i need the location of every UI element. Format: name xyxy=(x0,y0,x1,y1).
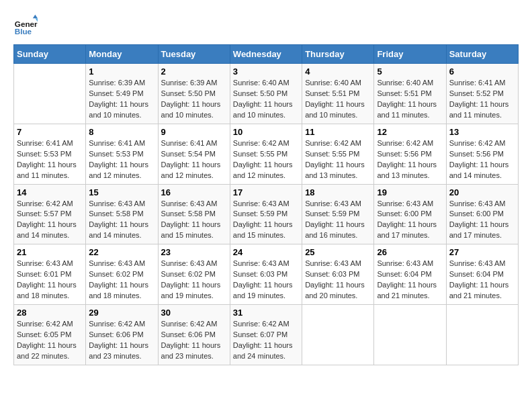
day-number: 10 xyxy=(233,127,299,137)
calendar-cell: 6Sunrise: 6:41 AMSunset: 5:52 PMDaylight… xyxy=(446,64,518,124)
day-number: 19 xyxy=(377,187,443,197)
calendar-cell xyxy=(446,305,518,365)
calendar-cell: 9Sunrise: 6:41 AMSunset: 5:54 PMDaylight… xyxy=(158,124,230,184)
col-header-tuesday: Tuesday xyxy=(158,45,230,64)
day-info: Sunrise: 6:43 AMSunset: 6:02 PMDaylight:… xyxy=(161,259,227,302)
day-number: 3 xyxy=(233,66,299,77)
day-number: 30 xyxy=(161,308,227,318)
col-header-wednesday: Wednesday xyxy=(230,45,302,64)
calendar-cell: 30Sunrise: 6:42 AMSunset: 6:06 PMDayligh… xyxy=(158,305,230,365)
calendar-cell: 26Sunrise: 6:43 AMSunset: 6:04 PMDayligh… xyxy=(374,244,446,305)
day-info: Sunrise: 6:40 AMSunset: 5:50 PMDaylight:… xyxy=(233,78,299,121)
col-header-thursday: Thursday xyxy=(302,45,374,64)
day-number: 21 xyxy=(17,247,83,257)
calendar-cell: 17Sunrise: 6:43 AMSunset: 5:59 PMDayligh… xyxy=(230,184,302,244)
calendar-cell: 18Sunrise: 6:43 AMSunset: 5:59 PMDayligh… xyxy=(302,184,374,244)
day-info: Sunrise: 6:40 AMSunset: 5:51 PMDaylight:… xyxy=(305,78,371,121)
day-info: Sunrise: 6:43 AMSunset: 6:03 PMDaylight:… xyxy=(305,259,371,302)
day-info: Sunrise: 6:43 AMSunset: 5:58 PMDaylight:… xyxy=(89,199,154,242)
day-info: Sunrise: 6:43 AMSunset: 6:00 PMDaylight:… xyxy=(449,199,515,242)
day-number: 31 xyxy=(233,308,299,318)
day-number: 28 xyxy=(17,308,83,318)
day-info: Sunrise: 6:43 AMSunset: 5:58 PMDaylight:… xyxy=(161,199,227,242)
day-info: Sunrise: 6:39 AMSunset: 5:49 PMDaylight:… xyxy=(89,78,154,121)
calendar-cell: 11Sunrise: 6:42 AMSunset: 5:55 PMDayligh… xyxy=(302,124,374,184)
day-number: 8 xyxy=(89,127,154,137)
day-info: Sunrise: 6:40 AMSunset: 5:51 PMDaylight:… xyxy=(377,78,443,121)
calendar-cell: 2Sunrise: 6:39 AMSunset: 5:50 PMDaylight… xyxy=(158,64,230,124)
day-number: 18 xyxy=(305,187,371,197)
calendar-cell: 28Sunrise: 6:42 AMSunset: 6:05 PMDayligh… xyxy=(14,305,86,365)
svg-marker-2 xyxy=(33,15,38,18)
day-number: 23 xyxy=(161,247,227,257)
calendar-cell: 3Sunrise: 6:40 AMSunset: 5:50 PMDaylight… xyxy=(230,64,302,124)
day-info: Sunrise: 6:43 AMSunset: 6:03 PMDaylight:… xyxy=(233,259,299,302)
calendar-cell: 31Sunrise: 6:42 AMSunset: 6:07 PMDayligh… xyxy=(230,305,302,365)
col-header-saturday: Saturday xyxy=(446,45,518,64)
calendar-cell: 15Sunrise: 6:43 AMSunset: 5:58 PMDayligh… xyxy=(86,184,158,244)
calendar-cell: 14Sunrise: 6:42 AMSunset: 5:57 PMDayligh… xyxy=(14,184,86,244)
day-number: 6 xyxy=(449,66,515,77)
day-info: Sunrise: 6:42 AMSunset: 6:06 PMDaylight:… xyxy=(161,319,227,362)
day-number: 22 xyxy=(89,247,154,257)
calendar-header: SundayMondayTuesdayWednesdayThursdayFrid… xyxy=(14,45,519,64)
day-info: Sunrise: 6:41 AMSunset: 5:52 PMDaylight:… xyxy=(449,78,515,121)
day-number: 16 xyxy=(161,187,227,197)
calendar-cell xyxy=(374,305,446,365)
day-info: Sunrise: 6:41 AMSunset: 5:53 PMDaylight:… xyxy=(89,138,154,181)
day-info: Sunrise: 6:39 AMSunset: 5:50 PMDaylight:… xyxy=(161,78,227,121)
day-info: Sunrise: 6:43 AMSunset: 5:59 PMDaylight:… xyxy=(305,199,371,242)
page-header: General Blue xyxy=(13,13,519,38)
day-info: Sunrise: 6:43 AMSunset: 6:02 PMDaylight:… xyxy=(89,259,154,302)
day-number: 4 xyxy=(305,66,371,77)
day-number: 25 xyxy=(305,247,371,257)
calendar-cell: 29Sunrise: 6:42 AMSunset: 6:06 PMDayligh… xyxy=(86,305,158,365)
calendar-cell: 1Sunrise: 6:39 AMSunset: 5:49 PMDaylight… xyxy=(86,64,158,124)
week-row-4: 21Sunrise: 6:43 AMSunset: 6:01 PMDayligh… xyxy=(14,244,519,305)
calendar-cell: 8Sunrise: 6:41 AMSunset: 5:53 PMDaylight… xyxy=(86,124,158,184)
week-row-3: 14Sunrise: 6:42 AMSunset: 5:57 PMDayligh… xyxy=(14,184,519,244)
calendar-cell: 21Sunrise: 6:43 AMSunset: 6:01 PMDayligh… xyxy=(14,244,86,305)
calendar-cell: 10Sunrise: 6:42 AMSunset: 5:55 PMDayligh… xyxy=(230,124,302,184)
day-number: 29 xyxy=(89,308,154,318)
day-number: 13 xyxy=(449,127,515,137)
day-number: 2 xyxy=(161,66,227,77)
day-info: Sunrise: 6:41 AMSunset: 5:53 PMDaylight:… xyxy=(17,138,83,181)
day-info: Sunrise: 6:43 AMSunset: 5:59 PMDaylight:… xyxy=(233,199,299,242)
calendar-cell xyxy=(14,64,86,124)
day-number: 5 xyxy=(377,66,443,77)
calendar-cell: 24Sunrise: 6:43 AMSunset: 6:03 PMDayligh… xyxy=(230,244,302,305)
svg-text:Blue: Blue xyxy=(15,27,32,36)
day-number: 15 xyxy=(89,187,154,197)
week-row-5: 28Sunrise: 6:42 AMSunset: 6:05 PMDayligh… xyxy=(14,305,519,365)
day-info: Sunrise: 6:43 AMSunset: 6:04 PMDaylight:… xyxy=(377,259,443,302)
calendar-cell: 12Sunrise: 6:42 AMSunset: 5:56 PMDayligh… xyxy=(374,124,446,184)
day-number: 7 xyxy=(17,127,83,137)
col-header-monday: Monday xyxy=(86,45,158,64)
week-row-1: 1Sunrise: 6:39 AMSunset: 5:49 PMDaylight… xyxy=(14,64,519,124)
logo-icon: General Blue xyxy=(13,13,38,38)
calendar-cell: 4Sunrise: 6:40 AMSunset: 5:51 PMDaylight… xyxy=(302,64,374,124)
day-info: Sunrise: 6:43 AMSunset: 6:04 PMDaylight:… xyxy=(449,259,515,302)
day-number: 11 xyxy=(305,127,371,137)
logo: General Blue xyxy=(13,13,38,38)
day-info: Sunrise: 6:43 AMSunset: 6:01 PMDaylight:… xyxy=(17,259,83,302)
day-number: 27 xyxy=(449,247,515,257)
day-number: 20 xyxy=(449,187,515,197)
calendar-cell: 25Sunrise: 6:43 AMSunset: 6:03 PMDayligh… xyxy=(302,244,374,305)
calendar-cell: 20Sunrise: 6:43 AMSunset: 6:00 PMDayligh… xyxy=(446,184,518,244)
day-number: 24 xyxy=(233,247,299,257)
day-info: Sunrise: 6:41 AMSunset: 5:54 PMDaylight:… xyxy=(161,138,227,181)
col-header-friday: Friday xyxy=(374,45,446,64)
day-number: 17 xyxy=(233,187,299,197)
week-row-2: 7Sunrise: 6:41 AMSunset: 5:53 PMDaylight… xyxy=(14,124,519,184)
day-info: Sunrise: 6:42 AMSunset: 6:05 PMDaylight:… xyxy=(17,319,83,362)
day-info: Sunrise: 6:42 AMSunset: 5:57 PMDaylight:… xyxy=(17,199,83,242)
day-info: Sunrise: 6:42 AMSunset: 6:06 PMDaylight:… xyxy=(89,319,154,362)
calendar-cell: 23Sunrise: 6:43 AMSunset: 6:02 PMDayligh… xyxy=(158,244,230,305)
calendar-cell: 7Sunrise: 6:41 AMSunset: 5:53 PMDaylight… xyxy=(14,124,86,184)
calendar-cell xyxy=(302,305,374,365)
calendar-cell: 22Sunrise: 6:43 AMSunset: 6:02 PMDayligh… xyxy=(86,244,158,305)
calendar-body: 1Sunrise: 6:39 AMSunset: 5:49 PMDaylight… xyxy=(14,64,519,365)
calendar-cell: 16Sunrise: 6:43 AMSunset: 5:58 PMDayligh… xyxy=(158,184,230,244)
